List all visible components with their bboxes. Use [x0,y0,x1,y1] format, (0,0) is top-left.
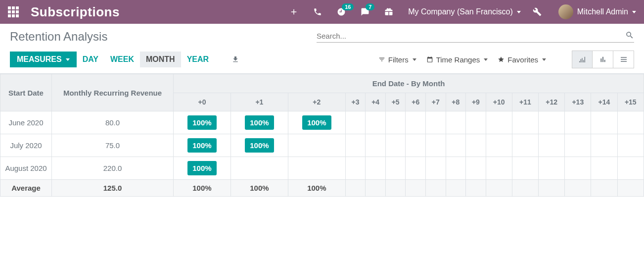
retention-cell [406,157,426,180]
retention-cell [426,134,446,157]
retention-cell [446,134,466,157]
retention-cell [539,134,565,157]
row-label: August 2020 [0,157,52,180]
retention-pill: 100% [187,161,216,175]
retention-cell [466,180,486,197]
retention-cell [385,134,406,157]
header-icons: 16 7 [289,7,393,16]
user-name: Mitchell Admin [577,7,628,16]
retention-cell [406,134,426,157]
chevron-down-icon [484,58,488,61]
debug-icon[interactable] [533,7,542,16]
retention-cell [406,180,426,197]
measures-button[interactable]: MEASURES [10,52,77,67]
user-menu[interactable]: Mitchell Admin [547,4,636,19]
retention-cell [591,134,617,157]
retention-cell [385,111,406,134]
activities-icon[interactable]: 16 [337,7,346,16]
mrr-value: 220.0 [52,157,174,180]
row-label: June 2020 [0,111,52,134]
interval-month[interactable]: MONTH [140,52,181,67]
col-offset: +11 [512,93,538,111]
retention-cell [617,111,644,134]
col-group-header: End Date - By Month [174,74,644,93]
interval-week[interactable]: WEEK [104,52,140,67]
col-offset: +10 [486,93,512,111]
measures-label: MEASURES [17,55,62,64]
col-offset: +2 [288,93,345,111]
mrr-value: 75.0 [52,134,174,157]
view-cohort[interactable] [572,51,593,68]
chevron-down-icon [542,58,546,61]
view-switcher [572,51,634,68]
search-wrap [317,31,634,43]
view-graph[interactable] [593,51,613,68]
retention-cell [406,111,426,134]
filters-label: Filters [388,55,409,64]
retention-cell [617,134,644,157]
col-start-date: Start Date [0,74,52,111]
col-offset: +0 [174,93,231,111]
funnel-icon [378,56,385,63]
filters-button[interactable]: Filters [374,53,420,67]
retention-cell [486,111,512,134]
retention-cell [591,111,617,134]
chevron-down-icon [413,58,416,61]
col-offset: +13 [565,93,591,111]
retention-cell: 100% [230,111,288,134]
retention-cell [512,134,538,157]
retention-pill: 100% [187,115,216,130]
retention-cell: 100% [288,111,345,134]
table-row: August 2020220.0100% [0,157,644,180]
view-list[interactable] [613,51,634,68]
col-offset: +5 [385,93,406,111]
favorites-label: Favorites [507,55,538,64]
search-icon[interactable] [625,31,634,41]
col-offset: +9 [466,93,486,111]
col-offset: +1 [230,93,288,111]
average-row: Average125.0100%100%100% [0,180,644,197]
timeranges-button[interactable]: Time Ranges [422,53,492,67]
retention-cell [565,157,591,180]
retention-cell [230,157,288,180]
retention-cell [446,157,466,180]
retention-cell [345,157,366,180]
retention-cell [565,180,591,197]
retention-cell [345,111,366,134]
col-offset: +4 [366,93,386,111]
apps-icon[interactable] [8,6,19,17]
chevron-down-icon [517,11,521,13]
retention-cell [617,180,644,197]
messages-badge: 7 [366,3,374,10]
retention-cell: 100% [288,180,345,197]
table-row: July 202075.0100%100% [0,134,644,157]
retention-cell [385,157,406,180]
retention-cell [366,157,386,180]
col-offset: +7 [426,93,446,111]
company-switcher[interactable]: My Company (San Francisco) [408,7,521,16]
mrr-value: 125.0 [52,180,174,197]
calendar-icon [426,56,433,63]
download-button[interactable] [225,52,246,67]
search-input[interactable] [317,32,625,40]
company-name: My Company (San Francisco) [408,7,513,16]
interval-day[interactable]: DAY [77,52,104,67]
row-label: Average [0,180,52,197]
retention-cell [288,134,345,157]
retention-cell [466,111,486,134]
new-icon[interactable] [289,7,298,16]
interval-year[interactable]: YEAR [181,52,215,67]
main-header: Subscriptions 16 7 My Company (San Franc… [0,0,644,24]
phone-icon[interactable] [313,7,322,16]
retention-cell [345,180,366,197]
chevron-down-icon [632,11,636,13]
col-offset: +14 [591,93,617,111]
gift-icon[interactable] [384,7,393,16]
messages-icon[interactable]: 7 [361,7,369,16]
col-offset: +8 [446,93,466,111]
favorites-button[interactable]: Favorites [494,53,550,67]
control-panel: Retention Analysis MEASURES DAY WEEK MON… [0,24,644,74]
app-brand[interactable]: Subscriptions [31,4,120,20]
retention-pill: 100% [302,115,331,130]
retention-cell [466,157,486,180]
